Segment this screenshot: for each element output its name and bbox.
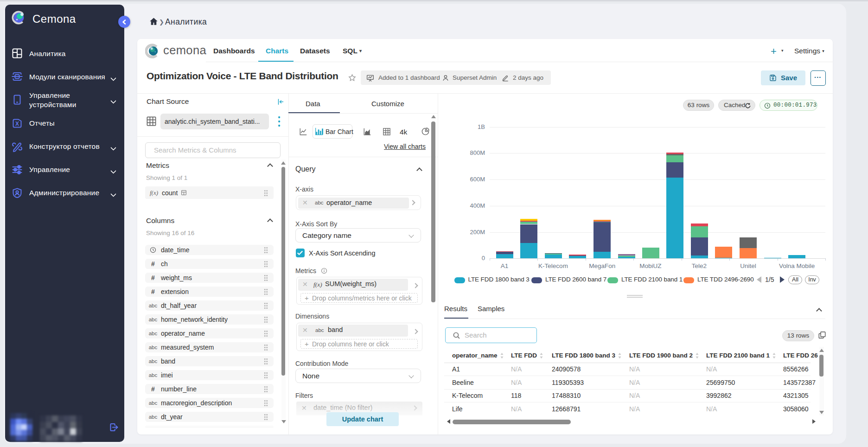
svg-text:X: X — [15, 121, 19, 127]
